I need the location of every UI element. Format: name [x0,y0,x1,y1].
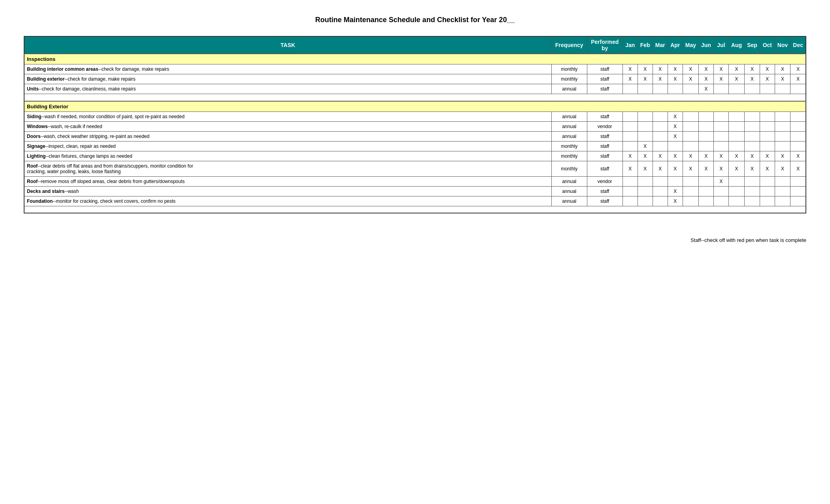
month-cell-8 [745,84,760,94]
month-cell-9 [760,111,775,121]
month-cell-1: X [638,141,653,151]
month-cell-5 [698,121,713,131]
month-cell-10 [775,84,790,94]
task-cell: Lighting--clean fixtures, change lamps a… [24,151,551,161]
frequency-cell: annual [551,84,587,94]
month-cell-4 [683,111,698,121]
page-title: Routine Maintenance Schedule and Checkli… [24,16,806,24]
month-cell-8 [745,186,760,196]
month-cell-0: X [622,74,638,84]
month-cell-3: X [668,121,683,131]
month-cell-10: X [775,161,790,176]
month-cell-4 [683,131,698,141]
performed-by-cell: staff [587,186,622,196]
month-cell-5: X [698,161,713,176]
col-header-task: TASK [24,36,551,54]
month-cell-5 [698,141,713,151]
table-row: Building interior common areas--check fo… [24,64,806,74]
task-cell: Building exterior--check for damage, mak… [24,74,551,84]
month-cell-4 [683,176,698,186]
month-cell-7 [728,141,744,151]
task-cell: Windows--wash, re-caulk if needed [24,121,551,131]
task-cell: Building interior common areas--check fo… [24,64,551,74]
col-header-nov: Nov [775,36,790,54]
month-cell-9: X [760,151,775,161]
month-cell-2 [653,196,668,206]
month-cell-0 [622,196,638,206]
month-cell-1: X [638,151,653,161]
month-cell-0: X [622,151,638,161]
table-row: Windows--wash, re-caulk if neededannualv… [24,121,806,131]
month-cell-2: X [653,74,668,84]
month-cell-4: X [683,161,698,176]
month-cell-2 [653,111,668,121]
month-cell-3: X [668,64,683,74]
performed-by-cell: vendor [587,121,622,131]
month-cell-8 [745,131,760,141]
month-cell-2: X [653,161,668,176]
frequency-cell: annual [551,111,587,121]
month-cell-0: X [622,161,638,176]
month-cell-1: X [638,161,653,176]
month-cell-1: X [638,64,653,74]
month-cell-11 [790,84,806,94]
month-cell-7: X [728,64,744,74]
performed-by-cell: staff [587,131,622,141]
col-header-jun: Jun [698,36,713,54]
performed-by-cell: staff [587,64,622,74]
month-cell-4 [683,186,698,196]
month-cell-3: X [668,151,683,161]
frequency-cell: annual [551,186,587,196]
month-cell-5 [698,111,713,121]
month-cell-11 [790,196,806,206]
month-cell-6: X [713,176,728,186]
month-cell-8 [745,121,760,131]
month-cell-6: X [713,151,728,161]
month-cell-0 [622,121,638,131]
month-cell-4 [683,121,698,131]
task-cell: Units--check for damage, cleanliness, ma… [24,84,551,94]
col-header-apr: Apr [668,36,683,54]
month-cell-6 [713,186,728,196]
month-cell-7 [728,176,744,186]
month-cell-3: X [668,111,683,121]
month-cell-4 [683,84,698,94]
month-cell-1 [638,176,653,186]
performed-by-cell: staff [587,111,622,121]
col-header-may: May [683,36,698,54]
footer-note: Staff--check off with red pen when task … [24,237,806,243]
month-cell-2 [653,84,668,94]
month-cell-5 [698,186,713,196]
month-cell-0 [622,84,638,94]
frequency-cell: monthly [551,74,587,84]
month-cell-5: X [698,64,713,74]
spacer-row-end [24,206,806,213]
performed-by-cell: staff [587,196,622,206]
month-cell-6 [713,111,728,121]
month-cell-6: X [713,74,728,84]
col-header-jan: Jan [622,36,638,54]
month-cell-2 [653,141,668,151]
performed-by-cell: staff [587,141,622,151]
month-cell-3 [668,176,683,186]
month-cell-11: X [790,64,806,74]
month-cell-8 [745,196,760,206]
frequency-cell: annual [551,196,587,206]
month-cell-2 [653,176,668,186]
col-header-performed-by: Performed by [587,36,622,54]
month-cell-7: X [728,74,744,84]
month-cell-9: X [760,74,775,84]
spacer-row [24,94,806,101]
month-cell-9: X [760,64,775,74]
month-cell-0: X [622,64,638,74]
month-cell-9 [760,131,775,141]
frequency-cell: monthly [551,141,587,151]
frequency-cell: monthly [551,161,587,176]
month-cell-11 [790,121,806,131]
month-cell-10: X [775,151,790,161]
col-header-sep: Sep [745,36,760,54]
month-cell-10 [775,176,790,186]
table-row: Doors--wash, check weather stripping, re… [24,131,806,141]
month-cell-8 [745,176,760,186]
month-cell-10 [775,196,790,206]
